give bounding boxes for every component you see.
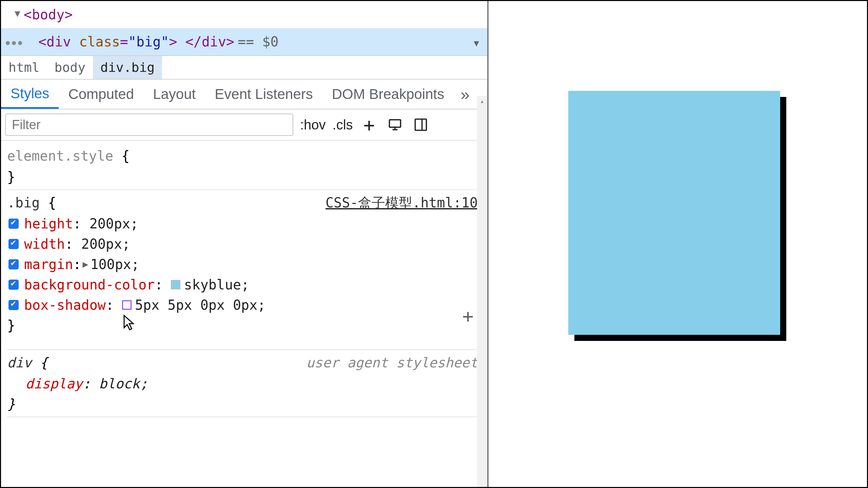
overflow-dots-icon[interactable]: ••• xyxy=(4,36,22,51)
breadcrumb: html body div.big xyxy=(1,55,487,80)
page-preview xyxy=(489,1,867,487)
decl-background-color[interactable]: background-color: skyblue; xyxy=(7,274,481,295)
rule-big[interactable]: CSS-盒子模型.html:10 .big { height: 200px; w… xyxy=(7,192,481,350)
rendered-div-big xyxy=(568,91,780,335)
styles-toolbar: :hov .cls + xyxy=(1,109,487,141)
shadow-swatch-icon[interactable] xyxy=(122,300,132,310)
chevron-down-icon[interactable]: ▾ xyxy=(472,35,480,50)
tab-dom-breakpoints[interactable]: DOM Breakpoints xyxy=(322,80,454,109)
tab-styles[interactable]: Styles xyxy=(1,80,59,109)
dom-row-body[interactable]: ▼ <body> xyxy=(1,1,487,28)
dom-row-selected[interactable]: ••• <div class="big"> </div> == $0 ▾ xyxy=(1,28,487,55)
svg-rect-0 xyxy=(389,120,400,127)
cls-toggle[interactable]: .cls xyxy=(333,117,353,133)
new-style-rule-icon[interactable]: + xyxy=(360,115,379,134)
tab-event-listeners[interactable]: Event Listeners xyxy=(205,80,322,109)
toggle-sidebar-icon[interactable] xyxy=(411,115,430,134)
toggle-height[interactable] xyxy=(8,219,19,229)
hov-toggle[interactable]: :hov xyxy=(300,117,326,133)
decl-display-ua: display: block; xyxy=(7,373,481,394)
tab-layout[interactable]: Layout xyxy=(143,80,205,109)
toggle-width[interactable] xyxy=(8,239,19,249)
scrollbar[interactable]: ▴ xyxy=(477,96,487,487)
tab-computed[interactable]: Computed xyxy=(59,80,143,109)
tabs-overflow-icon[interactable]: » xyxy=(454,85,476,104)
user-agent-label: user agent stylesheet xyxy=(306,352,478,373)
decl-margin[interactable]: margin: ▶ 100px; xyxy=(7,254,481,275)
breadcrumb-body[interactable]: body xyxy=(47,56,93,79)
decl-width[interactable]: width: 200px; xyxy=(7,233,481,255)
breadcrumb-divbig[interactable]: div.big xyxy=(93,56,162,79)
selector-div: div xyxy=(7,355,32,370)
styles-tabs: Styles Computed Layout Event Listeners D… xyxy=(1,80,487,109)
breadcrumb-html[interactable]: html xyxy=(1,56,47,79)
decl-height[interactable]: height: 200px; xyxy=(7,213,481,234)
filter-input[interactable] xyxy=(5,114,293,136)
decl-box-shadow[interactable]: box-shadow: 5px 5px 0px 0px; xyxy=(7,294,481,316)
scroll-up-icon[interactable]: ▴ xyxy=(477,96,487,106)
toggle-bgcolor[interactable] xyxy=(8,280,19,290)
toggle-box-shadow[interactable] xyxy=(8,300,19,310)
svg-rect-1 xyxy=(415,119,426,130)
source-link[interactable]: CSS-盒子模型.html:10 xyxy=(326,192,478,213)
selector-big: .big xyxy=(7,195,40,210)
selected-node-marker: == $0 xyxy=(238,34,278,49)
toggle-margin[interactable] xyxy=(8,259,19,269)
color-swatch-icon[interactable] xyxy=(171,280,180,289)
rule-div-ua: user agent stylesheet div { display: blo… xyxy=(7,352,481,417)
expand-triangle-icon[interactable]: ▼ xyxy=(15,8,20,19)
expand-shorthand-icon[interactable]: ▶ xyxy=(83,257,88,271)
add-declaration-icon[interactable]: + xyxy=(462,302,474,331)
rule-element-style[interactable]: element.style { } xyxy=(7,145,481,190)
selector-element-style: element.style xyxy=(7,148,113,164)
device-icon[interactable] xyxy=(386,115,405,134)
